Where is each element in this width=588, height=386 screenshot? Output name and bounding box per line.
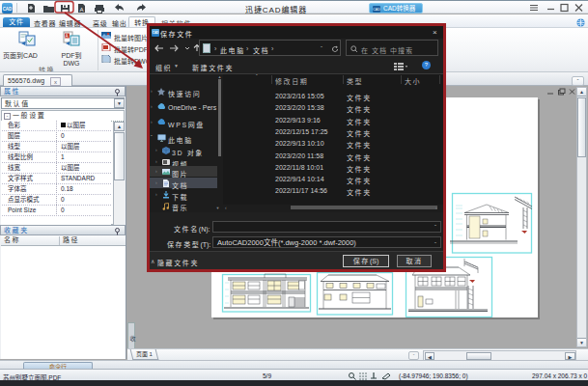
svg-text:A: A bbox=[80, 7, 84, 13]
svg-text:A: A bbox=[66, 34, 69, 39]
